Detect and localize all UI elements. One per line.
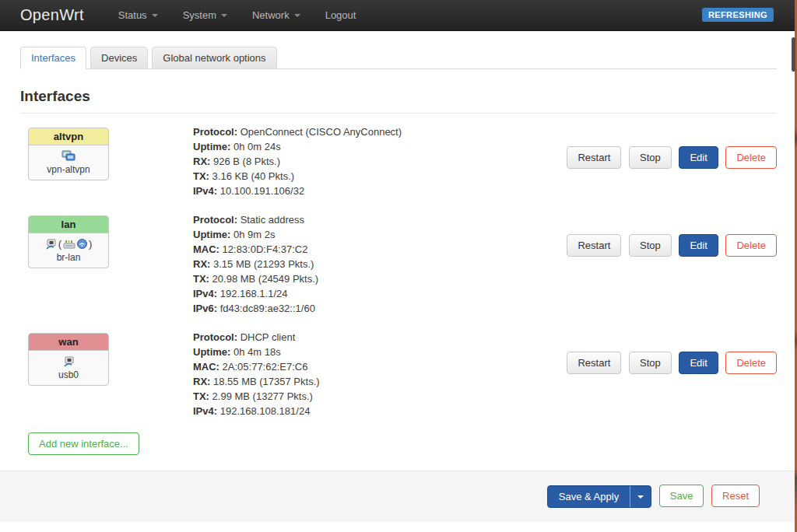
device-name: usb0 — [30, 369, 107, 380]
interface-details: Protocol: DHCP client Uptime: 0h 4m 18s … — [193, 328, 562, 418]
detail-value: OpenConnect (CISCO AnyConnect) — [241, 126, 402, 138]
delete-button[interactable]: Delete — [725, 146, 777, 169]
detail-key: Uptime: — [193, 346, 230, 358]
detail-key: TX: — [193, 390, 209, 402]
chevron-down-icon — [152, 14, 158, 17]
tab-bar: Interfaces Devices Global network option… — [20, 47, 777, 69]
interface-actions: Restart Stop Edit Delete — [562, 211, 777, 316]
scrollbar-thumb[interactable] — [792, 37, 795, 72]
menu-system-label: System — [183, 9, 216, 21]
detail-value: 192.168.108.181/24 — [220, 405, 311, 417]
detail-key: MAC: — [193, 243, 219, 255]
detail-value: 926 B (8 Pkts.) — [213, 156, 280, 167]
edit-button[interactable]: Edit — [679, 146, 718, 169]
interface-row-wan: wan usb0 Protocol: DHCP client Uptime: 0… — [20, 319, 777, 422]
interface-box-wan: wan usb0 — [28, 333, 109, 386]
detail-key: IPv4: — [193, 405, 217, 417]
interface-details: Protocol: OpenConnect (CISCO AnyConnect)… — [193, 123, 562, 198]
stop-button[interactable]: Stop — [629, 352, 672, 374]
detail-key: Uptime: — [193, 229, 230, 240]
footer-action-bar: Save & Apply Save Reset — [0, 471, 797, 522]
restart-button[interactable]: Restart — [567, 234, 621, 257]
detail-line: Protocol: DHCP client — [193, 330, 562, 345]
menu-system[interactable]: System — [170, 0, 240, 31]
menu-logout[interactable]: Logout — [313, 0, 369, 31]
detail-line: Uptime: 0h 0m 24s — [193, 139, 562, 154]
refreshing-badge[interactable]: REFRESHING — [702, 8, 774, 22]
save-apply-dropdown-toggle[interactable] — [630, 486, 651, 507]
detail-line: IPv4: 192.168.1.1/24 — [193, 286, 562, 301]
detail-key: Uptime: — [193, 141, 230, 152]
tab-interfaces[interactable]: Interfaces — [20, 47, 86, 69]
tab-devices[interactable]: Devices — [90, 47, 148, 69]
page-title: Interfaces — [20, 88, 777, 114]
interface-box-lan: lan ( — [28, 215, 109, 268]
interface-box-altvpn: altvpn vpn-altvpn — [28, 128, 109, 180]
detail-value: 18.55 MB (17357 Pkts.) — [213, 376, 320, 387]
detail-value: 10.100.191.106/32 — [220, 185, 304, 197]
tunnel-icon — [61, 150, 76, 162]
top-navbar: OpenWrt Status System Network Logout REF… — [0, 0, 797, 31]
detail-line: Uptime: 0h 4m 18s — [193, 345, 562, 359]
zone-label-altvpn: altvpn — [29, 128, 108, 145]
detail-value: 192.168.1.1/24 — [220, 288, 288, 299]
detail-line: MAC: 2A:05:77:62:E7:C6 — [193, 359, 562, 374]
detail-value: 0h 0m 24s — [233, 141, 281, 152]
restart-button[interactable]: Restart — [567, 352, 621, 374]
detail-value: 0h 9m 2s — [233, 229, 275, 240]
ethernet-icon — [45, 239, 57, 250]
detail-line: TX: 3.16 KB (40 Pkts.) — [193, 169, 562, 184]
detail-line: Protocol: OpenConnect (CISCO AnyConnect) — [193, 124, 562, 139]
edit-button[interactable]: Edit — [679, 352, 718, 374]
delete-button[interactable]: Delete — [725, 352, 777, 374]
zone-label-lan: lan — [29, 216, 108, 233]
interface-row-altvpn: altvpn vpn-altvpn Protocol: OpenConnect … — [20, 114, 777, 201]
device-name: vpn-altvpn — [30, 164, 107, 175]
zone-label-wan: wan — [29, 334, 108, 351]
menu-network-label: Network — [252, 9, 290, 21]
ethernet-icon — [63, 356, 75, 367]
menu-status-label: Status — [118, 9, 147, 21]
delete-button[interactable]: Delete — [725, 234, 777, 257]
interface-row-lan: lan ( — [20, 201, 777, 319]
detail-key: IPv4: — [193, 288, 217, 299]
detail-key: MAC: — [193, 361, 219, 373]
detail-value: 2A:05:77:62:E7:C6 — [223, 361, 308, 373]
add-new-interface-button[interactable]: Add new interface... — [28, 432, 139, 455]
reset-button[interactable]: Reset — [711, 485, 760, 507]
detail-value: DHCP client — [241, 331, 296, 343]
edit-button[interactable]: Edit — [679, 234, 718, 257]
detail-value: 0h 4m 18s — [233, 346, 281, 358]
bridge-paren-open: ( — [58, 238, 61, 250]
interface-box-column: lan ( — [20, 211, 193, 316]
tab-global-network-options[interactable]: Global network options — [152, 47, 276, 69]
detail-line: MAC: 12:83:0D:F4:37:C2 — [193, 242, 562, 257]
interface-actions: Restart Stop Edit Delete — [562, 123, 777, 198]
detail-value: 3.15 MB (21293 Pkts.) — [213, 258, 314, 270]
brand-logo: OpenWrt — [20, 6, 84, 24]
detail-key: IPv6: — [193, 303, 217, 314]
detail-line: RX: 926 B (8 Pkts.) — [193, 154, 562, 169]
interface-box-column: altvpn vpn-altvpn — [20, 123, 193, 198]
chevron-down-icon — [294, 14, 300, 17]
detail-key: Protocol: — [193, 331, 237, 343]
detail-value: 12:83:0D:F4:37:C2 — [223, 243, 308, 255]
detail-value: fd43:dc89:ae32::1/60 — [220, 303, 315, 314]
save-apply-button[interactable]: Save & Apply — [548, 486, 630, 507]
main-menu: Status System Network Logout — [106, 0, 369, 31]
menu-status[interactable]: Status — [106, 0, 170, 31]
device-name: br-lan — [30, 252, 107, 263]
stop-button[interactable]: Stop — [629, 234, 672, 257]
detail-value: Static address — [241, 214, 304, 226]
stop-button[interactable]: Stop — [629, 146, 672, 169]
detail-key: TX: — [193, 273, 209, 285]
detail-line: Uptime: 0h 9m 2s — [193, 227, 562, 242]
restart-button[interactable]: Restart — [567, 146, 621, 169]
detail-line: TX: 2.99 MB (13277 Pkts.) — [193, 389, 562, 404]
switch-icon — [63, 239, 75, 249]
detail-line: TX: 20.98 MB (24549 Pkts.) — [193, 271, 562, 286]
interface-box-body: ( ) — [29, 233, 108, 268]
menu-network[interactable]: Network — [240, 0, 313, 31]
save-button[interactable]: Save — [659, 485, 704, 507]
detail-value: 20.98 MB (24549 Pkts.) — [212, 273, 319, 285]
